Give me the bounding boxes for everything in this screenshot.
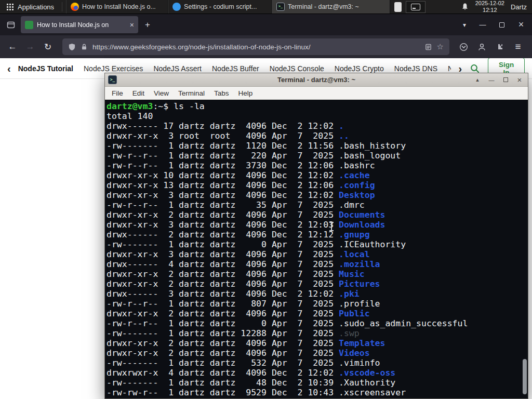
terminal-line: drwxr-xr-x 2 dartz dartz 4096 Apr 7 2025… (107, 269, 528, 279)
nav-item[interactable]: NodeJS Exercises (84, 64, 143, 73)
terminal-title: Terminal - dartz@vm3: ~ (105, 76, 528, 84)
terminal-line: drwxr-xr-x 2 dartz dartz 4096 Apr 7 2025… (107, 309, 528, 318)
forward-button[interactable]: → (22, 38, 38, 55)
terminal-line: drwxr-xr-x 10 dartz dartz 4096 Dec 2 12:… (107, 170, 528, 180)
terminal-line: drwxr-xr-x 2 dartz dartz 4096 Apr 7 2025… (107, 348, 528, 358)
terminal-line: -rw-r--r-- 1 dartz dartz 3730 Dec 2 12:0… (107, 161, 528, 170)
browser-tab[interactable]: How to Install Node.js on × (21, 16, 138, 33)
terminal-line: drwxr-xr-x 3 dartz dartz 4096 Apr 7 2025… (107, 249, 528, 259)
close-window-button[interactable]: × (514, 75, 525, 85)
terminal-scrollbar[interactable] (522, 101, 527, 397)
toolbar-buttons: ≡ (456, 39, 528, 55)
extensions-button[interactable] (492, 39, 508, 55)
nav-item[interactable]: Node (448, 64, 451, 73)
terminal-line: -rw-r--r-- 1 dartz dartz 35 Apr 7 2025 .… (107, 200, 528, 210)
taskbar-item-label: How to Install Node.js o... (82, 3, 156, 10)
nav-item[interactable]: NodeJS Assert (153, 64, 202, 73)
firefox-icon (71, 3, 79, 11)
terminal-line: drwxr-xr-x 3 dartz dartz 4096 Dec 2 12:0… (107, 220, 528, 230)
nav-item[interactable]: NodeJS Buffer (212, 64, 259, 73)
terminal-line: -rw-rw-r-- 1 dartz dartz 9529 Dec 2 10:4… (107, 388, 528, 397)
taskbar: How to Install Node.js o...Settings - co… (66, 0, 390, 14)
search-button[interactable] (470, 63, 480, 74)
url-bar[interactable]: https://www.geeksforgeeks.org/node-js/in… (62, 38, 449, 55)
menu-item-tabs[interactable]: Tabs (209, 89, 234, 97)
tray-window-button[interactable] (406, 1, 425, 13)
taskbar-item[interactable]: Settings - codium script... (168, 0, 272, 14)
terminal-line: drwxr-xr-x 3 dartz dartz 4096 Dec 2 12:0… (107, 190, 528, 200)
pocket-button[interactable] (456, 39, 471, 55)
terminal-menubar: FileEditViewTerminalTabsHelp (105, 87, 528, 100)
firefox-view-button[interactable] (4, 18, 18, 32)
nav-item[interactable]: NodeJS DNS (394, 64, 437, 73)
maximize-icon (499, 22, 504, 28)
menu-item-view[interactable]: View (149, 89, 174, 97)
terminal-line: dartz@vm3:~$ ls -la (107, 101, 528, 111)
site-nav-items: NodeJS TutorialNodeJS ExercisesNodeJS As… (18, 64, 451, 73)
shade-window-button[interactable]: ▴ (472, 75, 483, 85)
terminal-line: -rw-r--r-- 1 dartz dartz 220 Apr 7 2025 … (107, 151, 528, 161)
window-icon (411, 4, 420, 10)
terminal-line: drwx------ 3 dartz dartz 4096 Dec 2 12:0… (107, 289, 528, 299)
reader-view-icon[interactable] (424, 43, 432, 51)
terminal-line: drwx------ 17 dartz dartz 4096 Dec 2 12:… (107, 121, 528, 131)
scrollbar-thumb[interactable] (523, 359, 527, 394)
terminal-line: drwxrwxr-x 4 dartz dartz 4096 Dec 2 12:0… (107, 368, 528, 378)
screen: Applications How to Install Node.js o...… (0, 0, 532, 399)
top-panel: Applications How to Install Node.js o...… (0, 0, 532, 14)
terminal-line: drwxr-xr-x 2 dartz dartz 4096 Apr 7 2025… (107, 210, 528, 220)
reload-button[interactable]: ↻ (39, 38, 56, 55)
nav-item[interactable]: NodeJS Tutorial (18, 64, 73, 73)
bookmark-star-icon[interactable]: ☆ (437, 42, 444, 51)
applications-grid-icon (6, 3, 14, 11)
taskbar-item[interactable]: >_Terminal - dartz@vm3: ~ (272, 0, 390, 14)
maximize-icon (503, 77, 508, 82)
tab-close-icon[interactable]: × (130, 21, 134, 29)
menu-item-file[interactable]: File (107, 89, 128, 97)
terminal-screen[interactable]: dartz@vm3:~$ ls -latotal 140drwx------ 1… (105, 100, 528, 398)
search-icon (470, 63, 480, 74)
clock[interactable]: 2025-12-02 12:12 (475, 0, 504, 13)
panel-status-area: 2025-12-02 12:12 Dartz (461, 0, 532, 13)
nav-scroll-left-icon[interactable]: ‹ (7, 63, 11, 74)
terminal-line: -rw------- 1 dartz dartz 12288 Apr 7 202… (107, 328, 528, 338)
url-text[interactable]: https://www.geeksforgeeks.org/node-js/in… (92, 43, 420, 51)
terminal-window-controls: ▴ — × (472, 75, 525, 85)
nav-item[interactable]: NodeJS Crypto (335, 64, 384, 73)
terminal-line: drwxr-xr-x 3 root root 4096 Apr 7 2025 .… (107, 131, 528, 141)
list-all-tabs-button[interactable]: ▾ (457, 18, 472, 32)
menu-item-edit[interactable]: Edit (128, 89, 149, 97)
taskbar-item-label: Terminal - dartz@vm3: ~ (288, 3, 359, 10)
account-button[interactable] (474, 39, 489, 55)
username-label: Dartz (511, 3, 527, 11)
window-maximize-button[interactable] (493, 18, 511, 32)
nav-item[interactable]: NodeJS Console (270, 64, 324, 73)
window-minimize-button[interactable]: — (474, 18, 491, 32)
applications-menu-button[interactable]: Applications (0, 0, 60, 14)
terminal-window: >_ Terminal - dartz@vm3: ~ ▴ — × FileEdi… (104, 73, 528, 399)
terminal-line: -rw------- 1 dartz dartz 48 Dec 2 10:39 … (107, 378, 528, 388)
maximize-window-button[interactable] (500, 75, 511, 85)
connection-lock-icon[interactable] (81, 43, 88, 50)
notification-bell-icon[interactable] (461, 3, 469, 11)
new-tab-button[interactable]: + (140, 18, 155, 32)
terminal-line: -rw-r--r-- 1 dartz dartz 0 Apr 7 2025 .s… (107, 318, 528, 328)
tracking-protection-shield-icon[interactable] (68, 43, 76, 51)
panel-separator-light (394, 2, 402, 12)
minimize-window-button[interactable]: — (486, 75, 497, 85)
terminal-line: drwx------ 2 dartz dartz 4096 Dec 2 12:1… (107, 230, 528, 240)
back-button[interactable]: ← (4, 38, 21, 55)
nav-scroll-right-icon[interactable]: › (458, 63, 462, 74)
menu-item-terminal[interactable]: Terminal (174, 89, 209, 97)
site-favicon-icon (25, 21, 33, 29)
clock-time: 12:12 (475, 7, 504, 14)
menu-button[interactable]: ≡ (510, 39, 526, 55)
window-close-button[interactable]: × (512, 18, 530, 32)
terminal-line: drwxr-xr-x 13 dartz dartz 4096 Dec 2 12:… (107, 180, 528, 190)
applications-label: Applications (18, 3, 54, 11)
terminal-icon: >_ (276, 3, 285, 11)
menu-item-help[interactable]: Help (234, 89, 258, 97)
taskbar-item[interactable]: How to Install Node.js o... (66, 0, 168, 14)
terminal-line: drwxr-xr-x 2 dartz dartz 4096 Apr 7 2025… (107, 338, 528, 348)
terminal-titlebar[interactable]: >_ Terminal - dartz@vm3: ~ ▴ — × (105, 73, 528, 87)
